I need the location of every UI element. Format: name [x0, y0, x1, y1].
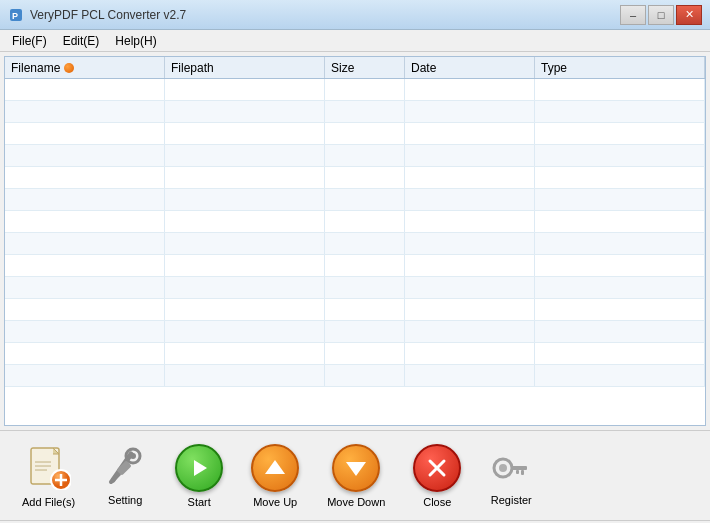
minimize-button[interactable]: – — [620, 5, 646, 25]
move-up-icon — [251, 444, 299, 492]
table-row — [5, 145, 705, 167]
start-label: Start — [188, 496, 211, 508]
orange-dot-icon — [64, 63, 74, 73]
close-icon — [413, 444, 461, 492]
svg-point-20 — [499, 464, 507, 472]
arrow-down-icon — [344, 456, 368, 480]
svg-point-11 — [130, 453, 136, 459]
svg-marker-16 — [346, 462, 366, 476]
col-size: Size — [325, 57, 405, 78]
add-files-button[interactable]: Add File(s) — [16, 440, 81, 512]
move-up-button[interactable]: Move Up — [245, 440, 305, 512]
add-files-label: Add File(s) — [22, 496, 75, 508]
move-down-button[interactable]: Move Down — [321, 440, 391, 512]
menu-file[interactable]: File(F) — [4, 32, 55, 50]
close-button[interactable]: Close — [407, 440, 467, 512]
svg-rect-23 — [516, 470, 519, 474]
close-label: Close — [423, 496, 451, 508]
arrow-up-icon — [263, 456, 287, 480]
app-icon: P — [8, 7, 24, 23]
svg-line-12 — [111, 474, 119, 482]
register-icon — [489, 446, 533, 490]
col-filename: Filename — [5, 57, 165, 78]
table-row — [5, 343, 705, 365]
table-row — [5, 167, 705, 189]
table-body — [5, 79, 705, 425]
title-bar-left: P VeryPDF PCL Converter v2.7 — [8, 7, 186, 23]
table-row — [5, 189, 705, 211]
table-row — [5, 233, 705, 255]
setting-icon — [103, 446, 147, 490]
close-window-button[interactable]: ✕ — [676, 5, 702, 25]
move-down-label: Move Down — [327, 496, 385, 508]
menu-help[interactable]: Help(H) — [107, 32, 164, 50]
title-bar: P VeryPDF PCL Converter v2.7 – □ ✕ — [0, 0, 710, 30]
table-row — [5, 79, 705, 101]
table-row — [5, 255, 705, 277]
window-title: VeryPDF PCL Converter v2.7 — [30, 8, 186, 22]
move-up-label: Move Up — [253, 496, 297, 508]
file-table: Filename Filepath Size Date Type — [4, 56, 706, 426]
register-button[interactable]: Register — [483, 442, 539, 510]
menu-edit[interactable]: Edit(E) — [55, 32, 108, 50]
start-icon — [175, 444, 223, 492]
table-row — [5, 321, 705, 343]
table-row — [5, 365, 705, 387]
table-row — [5, 299, 705, 321]
col-filepath: Filepath — [165, 57, 325, 78]
svg-rect-21 — [511, 466, 527, 470]
table-row — [5, 211, 705, 233]
menu-bar: File(F) Edit(E) Help(H) — [0, 30, 710, 52]
svg-text:P: P — [12, 11, 18, 21]
maximize-button[interactable]: □ — [648, 5, 674, 25]
table-row — [5, 123, 705, 145]
register-label: Register — [491, 494, 532, 506]
svg-rect-22 — [521, 470, 524, 475]
add-file-svg — [27, 446, 71, 490]
svg-marker-15 — [265, 460, 285, 474]
table-header: Filename Filepath Size Date Type — [5, 57, 705, 79]
start-button[interactable]: Start — [169, 440, 229, 512]
setting-label: Setting — [108, 494, 142, 506]
table-row — [5, 101, 705, 123]
add-files-icon — [25, 444, 73, 492]
move-down-icon — [332, 444, 380, 492]
setting-button[interactable]: Setting — [97, 442, 153, 510]
col-date: Date — [405, 57, 535, 78]
window-controls: – □ ✕ — [620, 5, 702, 25]
toolbar: Add File(s) Setting Start Move Up — [0, 430, 710, 520]
svg-marker-14 — [194, 460, 207, 476]
table-row — [5, 277, 705, 299]
x-icon — [425, 456, 449, 480]
col-type: Type — [535, 57, 705, 78]
play-icon — [187, 456, 211, 480]
